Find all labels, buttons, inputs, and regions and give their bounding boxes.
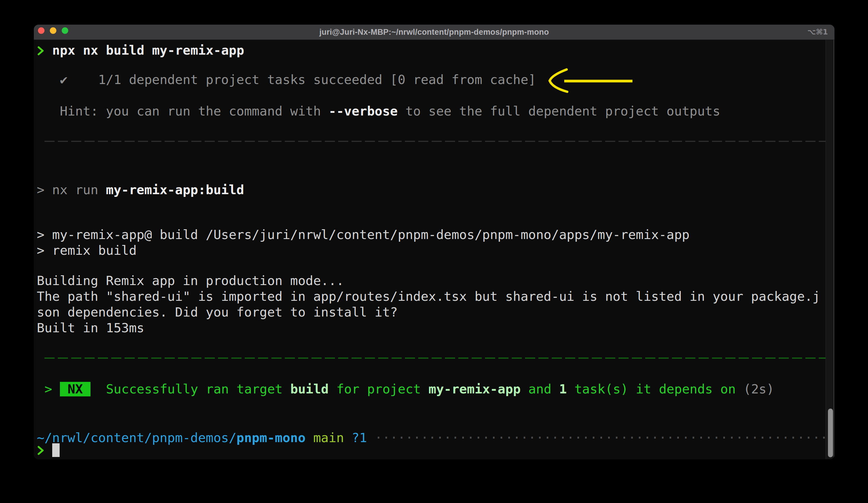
success-line-text: 1 [559, 382, 567, 396]
success-line-text: task(s) it depends on [567, 382, 743, 396]
warning-line-2: son dependencies. Did you forget to inst… [37, 304, 398, 320]
keyboard-shortcut-badge: ⌥⌘1 [807, 28, 828, 36]
zoom-button[interactable] [62, 27, 68, 34]
success-line-text: build [290, 382, 329, 396]
minimize-button[interactable] [50, 27, 56, 34]
remix-build-line: > remix build [37, 243, 137, 258]
chevron-right-icon [37, 46, 44, 57]
pkg-build-line: > my-remix-app@ build /Users/juri/nrwl/c… [37, 227, 690, 243]
success-line-text: > [37, 382, 60, 396]
prompt-path-line: ~/nrwl/content/pnpm-demos/pnpm-mono main… [37, 430, 835, 446]
prompt-path-line-text: pnpm-mono [236, 430, 306, 445]
nx-run-line-text: > nx run [37, 182, 106, 197]
terminal-window: juri@Juri-Nx-MBP:~/nrwl/content/pnpm-dem… [34, 24, 835, 459]
success-line-text: for project [329, 382, 428, 396]
terminal-content[interactable]: npx nx build my-remix-app ✔ 1/1 dependen… [34, 40, 835, 459]
separator-bottom [44, 358, 830, 359]
text-cursor [52, 443, 60, 457]
scrollbar-track[interactable] [826, 40, 834, 459]
command-line-text: npx nx build my-remix-app [44, 43, 244, 58]
prompt-path-line-text: ~/nrwl/content/pnpm-demos/ [37, 430, 236, 445]
remix-build-line-text: > remix build [37, 243, 137, 258]
success-line-text: (2s) [743, 382, 774, 396]
success-line-text: Successfully ran target [91, 382, 290, 396]
pkg-build-line-text: > my-remix-app@ build /Users/juri/nrwl/c… [37, 227, 690, 242]
separator-top [44, 141, 830, 142]
hint-line-text: to see the full dependent project output… [398, 104, 720, 119]
warning-line-2-text: son dependencies. Did you forget to inst… [37, 305, 398, 320]
success-line: > NX Successfully ran target build for p… [37, 381, 774, 397]
prompt-path-line-text [367, 430, 375, 445]
tasks-succeeded-line: ✔ 1/1 dependent project tasks succeeded … [37, 72, 536, 88]
nx-run-line-text: my-remix-app:build [106, 182, 244, 197]
prompt-input-line[interactable] [37, 442, 60, 458]
title-bar[interactable]: juri@Juri-Nx-MBP:~/nrwl/content/pnpm-dem… [34, 24, 835, 40]
hint-line-text: --verbose [329, 104, 398, 119]
prompt-path-line-text [344, 430, 352, 445]
building-line-text: Building Remix app in production mode... [37, 273, 344, 288]
prompt-input-line-text [44, 442, 52, 457]
window-title: juri@Juri-Nx-MBP:~/nrwl/content/pnpm-dem… [320, 28, 549, 37]
hint-line-text: Hint: you can run the command with [37, 104, 329, 119]
prompt-path-line-text: main [313, 430, 344, 445]
chevron-right-icon [37, 445, 44, 457]
nx-run-line: > nx run my-remix-app:build [37, 182, 244, 198]
prompt-path-line-text: ?1 [352, 430, 367, 445]
prompt-path-line-text [306, 430, 313, 445]
success-line-text: my-remix-app [428, 382, 521, 396]
close-button[interactable] [38, 27, 44, 34]
screen: juri@Juri-Nx-MBP:~/nrwl/content/pnpm-dem… [0, 0, 868, 503]
hint-line: Hint: you can run the command with --ver… [37, 103, 720, 119]
warning-line-1-text: The path "shared-ui" is imported in app/… [37, 289, 820, 304]
success-line-text: and [520, 382, 559, 396]
tasks-succeeded-line-text: ✔ 1/1 dependent project tasks succeeded … [37, 72, 536, 87]
built-time-line-text: Built in 153ms [37, 320, 144, 335]
building-line: Building Remix app in production mode... [37, 273, 344, 289]
prompt-path-line-text: ········································… [375, 430, 835, 445]
warning-line-1: The path "shared-ui" is imported in app/… [37, 289, 820, 304]
built-time-line: Built in 153ms [37, 320, 144, 336]
scrollbar-thumb[interactable] [828, 409, 833, 457]
success-line-text: NX [60, 382, 91, 396]
command-line: npx nx build my-remix-app [37, 42, 244, 58]
